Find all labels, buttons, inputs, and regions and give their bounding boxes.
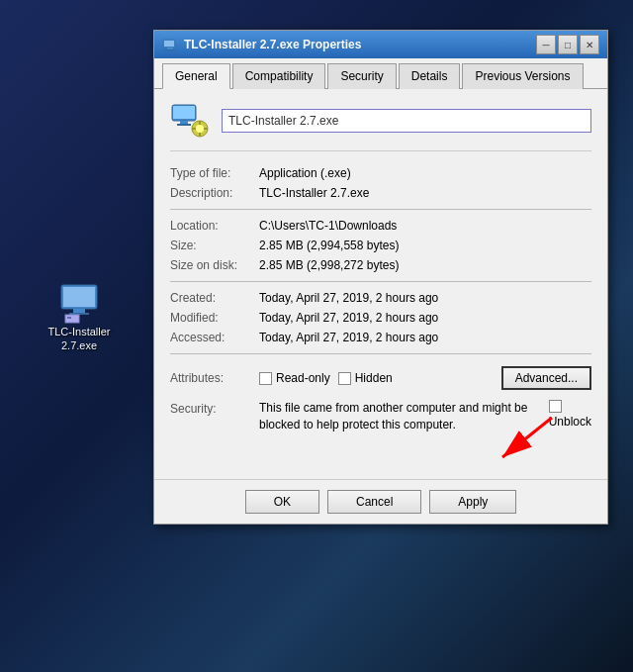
svg-rect-7 bbox=[164, 41, 174, 47]
prop-size: Size: 2.85 MB (2,994,558 bytes) bbox=[170, 236, 591, 255]
svg-rect-13 bbox=[177, 124, 191, 126]
prop-size-value: 2.85 MB (2,994,558 bytes) bbox=[259, 239, 591, 252]
tab-compatibility[interactable]: Compatibility bbox=[232, 63, 326, 89]
prop-size-label: Size: bbox=[170, 239, 259, 252]
prop-created-value: Today, April 27, 2019, 2 hours ago bbox=[259, 291, 591, 305]
cancel-button[interactable]: Cancel bbox=[327, 490, 421, 514]
prop-modified-value: Today, April 27, 2019, 2 hours ago bbox=[259, 311, 591, 325]
svg-line-21 bbox=[502, 418, 552, 457]
properties-dialog: TLC-Installer 2.7.exe Properties ─ □ ✕ G… bbox=[153, 30, 608, 525]
title-bar-left: TLC-Installer 2.7.exe Properties bbox=[162, 37, 361, 52]
tab-general[interactable]: General bbox=[162, 63, 230, 89]
prop-location-value: C:\Users\TC-1\Downloads bbox=[259, 219, 591, 233]
prop-modified: Modified: Today, April 27, 2019, 2 hours… bbox=[170, 308, 591, 328]
arrow-container bbox=[170, 437, 591, 467]
hidden-checkbox[interactable] bbox=[338, 372, 351, 385]
attributes-label: Attributes: bbox=[170, 371, 259, 385]
bottom-buttons: OK Cancel Apply bbox=[154, 479, 607, 524]
svg-rect-19 bbox=[204, 128, 208, 130]
separator-1 bbox=[170, 209, 591, 210]
prop-size-disk-label: Size on disk: bbox=[170, 258, 259, 272]
svg-rect-11 bbox=[173, 106, 195, 119]
prop-type-label: Type of file: bbox=[170, 166, 259, 180]
separator-3 bbox=[170, 353, 591, 354]
hidden-checkbox-group: Hidden bbox=[338, 371, 393, 385]
hidden-label: Hidden bbox=[355, 371, 393, 385]
readonly-checkbox-group: Read-only bbox=[259, 371, 330, 385]
svg-point-15 bbox=[196, 125, 204, 133]
prop-accessed-label: Accessed: bbox=[170, 331, 259, 344]
prop-accessed: Accessed: Today, April 27, 2019, 2 hours… bbox=[170, 328, 591, 347]
svg-rect-18 bbox=[192, 128, 196, 130]
attributes-row: Attributes: Read-only Hidden Advanced... bbox=[170, 360, 591, 396]
dialog-icon bbox=[162, 37, 178, 52]
apply-button[interactable]: Apply bbox=[429, 490, 516, 514]
tab-security[interactable]: Security bbox=[327, 63, 396, 89]
svg-rect-12 bbox=[180, 121, 188, 124]
maximize-button[interactable]: □ bbox=[558, 35, 578, 54]
attributes-controls: Read-only Hidden Advanced... bbox=[259, 366, 591, 390]
dialog-title: TLC-Installer 2.7.exe Properties bbox=[184, 38, 361, 51]
prop-accessed-value: Today, April 27, 2019, 2 hours ago bbox=[259, 331, 591, 344]
readonly-checkbox[interactable] bbox=[259, 372, 272, 385]
svg-rect-2 bbox=[73, 309, 85, 313]
title-bar-buttons: ─ □ ✕ bbox=[536, 35, 599, 54]
prop-description-label: Description: bbox=[170, 186, 259, 200]
ok-button[interactable]: OK bbox=[245, 490, 319, 514]
file-header bbox=[170, 101, 591, 151]
file-icon-large bbox=[170, 101, 210, 141]
minimize-button[interactable]: ─ bbox=[536, 35, 556, 54]
prop-size-disk-value: 2.85 MB (2,998,272 bytes) bbox=[259, 258, 591, 272]
file-name-field[interactable] bbox=[222, 109, 591, 133]
tab-bar: General Compatibility Security Details P… bbox=[154, 58, 607, 89]
prop-created: Created: Today, April 27, 2019, 2 hours … bbox=[170, 288, 591, 308]
svg-rect-9 bbox=[165, 49, 175, 50]
prop-location: Location: C:\Users\TC-1\Downloads bbox=[170, 216, 591, 236]
tab-previous-versions[interactable]: Previous Versions bbox=[462, 63, 583, 89]
svg-rect-17 bbox=[199, 133, 201, 137]
prop-location-label: Location: bbox=[170, 219, 259, 233]
prop-type-value: Application (.exe) bbox=[259, 166, 591, 180]
dialog-content: Type of file: Application (.exe) Descrip… bbox=[154, 89, 607, 479]
prop-description: Description: TLC-Installer 2.7.exe bbox=[170, 183, 591, 203]
prop-type: Type of file: Application (.exe) bbox=[170, 163, 591, 183]
desktop: TLC-Installer 2.7.exe TLC-Installer 2.7.… bbox=[0, 0, 633, 672]
svg-rect-5 bbox=[67, 317, 71, 319]
close-button[interactable]: ✕ bbox=[580, 35, 599, 54]
readonly-label: Read-only bbox=[276, 371, 330, 385]
advanced-button[interactable]: Advanced... bbox=[501, 366, 591, 390]
svg-rect-1 bbox=[63, 287, 95, 307]
title-bar: TLC-Installer 2.7.exe Properties ─ □ ✕ bbox=[154, 31, 607, 58]
security-label: Security: bbox=[170, 400, 259, 416]
separator-2 bbox=[170, 281, 591, 282]
prop-description-value: TLC-Installer 2.7.exe bbox=[259, 186, 591, 200]
prop-size-disk: Size on disk: 2.85 MB (2,998,272 bytes) bbox=[170, 255, 591, 275]
desktop-icon-tlc[interactable]: TLC-Installer 2.7.exe bbox=[40, 277, 119, 353]
computer-icon bbox=[55, 277, 103, 325]
desktop-icon-label: TLC-Installer 2.7.exe bbox=[40, 325, 119, 353]
svg-rect-16 bbox=[199, 121, 201, 125]
prop-modified-label: Modified: bbox=[170, 311, 259, 325]
svg-rect-8 bbox=[167, 48, 173, 49]
prop-created-label: Created: bbox=[170, 291, 259, 305]
red-arrow-icon bbox=[483, 408, 562, 467]
tab-details[interactable]: Details bbox=[399, 63, 461, 89]
